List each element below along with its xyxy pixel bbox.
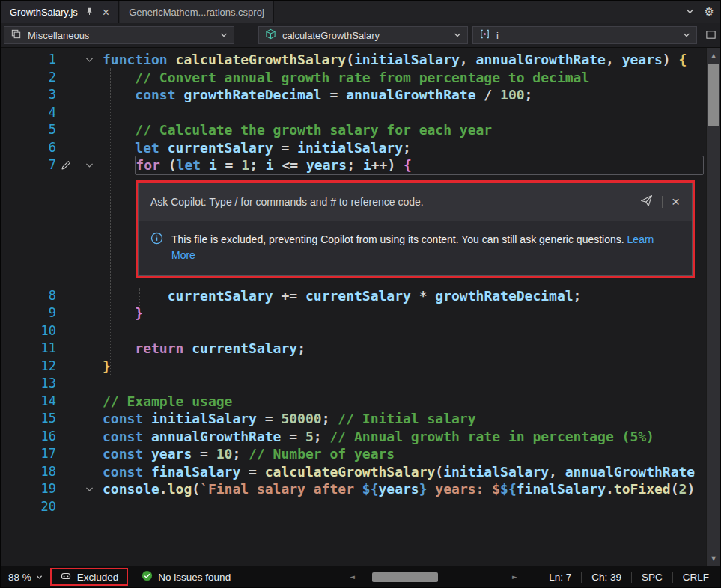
- scroll-down-icon[interactable]: ▼: [707, 552, 720, 564]
- tab-csproj[interactable]: GenericMathem...rations.csproj: [120, 1, 274, 23]
- code-text[interactable]: let currentSalary = initialSalary;: [103, 139, 411, 157]
- code-token: /: [476, 87, 501, 102]
- type-dropdown[interactable]: calculateGrowthSalary: [258, 26, 468, 44]
- horizontal-scrollbar-thumb[interactable]: [372, 572, 438, 582]
- code-line[interactable]: 11 return currentSalary;: [1, 340, 720, 358]
- code-token: initialSalary: [443, 464, 549, 480]
- scroll-up-icon[interactable]: ▲: [707, 49, 720, 61]
- code-line[interactable]: 13: [1, 375, 720, 393]
- code-line[interactable]: 18const finalSalary = calculateGrowthSal…: [1, 463, 720, 481]
- code-token: ,: [606, 52, 622, 67]
- code-line[interactable]: 3 const growthRateDecimal = annualGrowth…: [1, 86, 720, 104]
- line-number: 17: [1, 445, 56, 463]
- code-token: (: [160, 157, 177, 173]
- fold-chevron-icon[interactable]: [76, 160, 103, 170]
- code-token: ++): [371, 157, 404, 173]
- code-token: =: [281, 429, 305, 444]
- code-text[interactable]: const years = 10; // Number of years: [103, 445, 395, 463]
- zoom-chevron-icon[interactable]: [36, 574, 43, 581]
- member-dropdown[interactable]: i: [472, 26, 697, 44]
- line-indicator[interactable]: Ln: 7: [539, 572, 581, 583]
- code-line[interactable]: 4: [1, 104, 720, 122]
- code-token: ;: [403, 140, 411, 156]
- close-icon[interactable]: ×: [672, 195, 680, 209]
- navigation-bar: Miscellaneous calculateGrowthSalary i: [1, 23, 720, 48]
- code-line[interactable]: 17const years = 10; // Number of years: [1, 445, 720, 463]
- class-cube-icon: [265, 28, 276, 42]
- copilot-status-excluded[interactable]: Excluded: [50, 568, 129, 586]
- copilot-prompt-input[interactable]: Ask Copilot: Type / for commands and # t…: [139, 183, 692, 221]
- code-line[interactable]: 7 for (let i = 1; i <= years; i++) {: [1, 156, 720, 174]
- code-token: annualGrowthRate: [565, 464, 695, 480]
- code-line[interactable]: 19console.log(`Final salary after ${year…: [1, 480, 720, 498]
- code-text[interactable]: // Convert annual growth rate from perce…: [103, 69, 589, 87]
- fold-chevron-icon[interactable]: [76, 55, 103, 64]
- code-text[interactable]: const annualGrowthRate = 5; // Annual gr…: [103, 428, 654, 446]
- code-line[interactable]: 12}: [1, 358, 720, 376]
- horizontal-scrollbar[interactable]: ◄ ►: [347, 566, 520, 587]
- copilot-edit-pencil-icon[interactable]: [56, 160, 76, 171]
- code-token: {: [679, 52, 687, 67]
- tab-label: GenericMathem...rations.csproj: [129, 7, 264, 18]
- fold-chevron-icon[interactable]: [76, 484, 103, 494]
- code-text[interactable]: }: [103, 358, 111, 376]
- tab-list-chevron-icon[interactable]: [686, 5, 694, 19]
- code-text[interactable]: const initialSalary = 50000; // Initial …: [103, 410, 476, 428]
- horizontal-scrollbar-track[interactable]: [357, 572, 510, 583]
- code-token: ): [663, 52, 679, 67]
- code-text[interactable]: return currentSalary;: [103, 340, 305, 358]
- code-text[interactable]: console.log(`Final salary after ${years}…: [103, 480, 695, 498]
- code-editor[interactable]: 1function calculateGrowthSalary(initialS…: [1, 48, 720, 566]
- code-line[interactable]: 6 let currentSalary = initialSalary;: [1, 139, 720, 157]
- code-line[interactable]: 14// Example usage: [1, 393, 720, 411]
- close-icon[interactable]: ×: [103, 7, 109, 19]
- column-indicator[interactable]: Ch: 39: [582, 572, 631, 583]
- code-token: [159, 140, 168, 156]
- code-line[interactable]: 10: [1, 322, 720, 340]
- code-token: currentSalary: [168, 288, 273, 304]
- vertical-scrollbar-thumb[interactable]: [708, 64, 719, 126]
- code-token: ;: [314, 429, 330, 444]
- code-text[interactable]: for (let i = 1; i <= years; i++) {: [103, 156, 704, 175]
- code-token: return: [135, 340, 183, 356]
- code-text[interactable]: currentSalary += currentSalary * growthR…: [103, 287, 581, 305]
- code-line[interactable]: 1function calculateGrowthSalary(initialS…: [1, 51, 720, 69]
- code-text[interactable]: // Calculate the growth salary for each …: [103, 121, 492, 139]
- whitespace-indicator[interactable]: SPC: [632, 572, 672, 583]
- code-text[interactable]: const growthRateDecimal = annualGrowthRa…: [103, 86, 532, 104]
- code-line[interactable]: 8 currentSalary += currentSalary * growt…: [1, 287, 720, 305]
- settings-gear-icon[interactable]: ⚙: [705, 7, 714, 18]
- scroll-right-icon[interactable]: ►: [510, 573, 520, 581]
- code-text[interactable]: }: [103, 304, 143, 322]
- code-token: [103, 140, 135, 156]
- line-ending-indicator[interactable]: CRLF: [673, 572, 719, 583]
- code-text[interactable]: // Example usage: [103, 393, 232, 411]
- code-line[interactable]: 16const annualGrowthRate = 5; // Annual …: [1, 428, 720, 446]
- code-token: (: [435, 464, 443, 480]
- scroll-left-icon[interactable]: ◄: [347, 573, 357, 581]
- code-line[interactable]: 15const initialSalary = 50000; // Initia…: [1, 410, 720, 428]
- code-text[interactable]: function calculateGrowthSalary(initialSa…: [103, 51, 687, 69]
- code-token: ): [687, 481, 695, 497]
- code-token: ;: [525, 87, 533, 102]
- pin-icon[interactable]: [85, 7, 94, 19]
- vertical-scrollbar[interactable]: ▲ ▼: [706, 48, 720, 566]
- code-token: 100: [500, 87, 525, 102]
- copilot-prompt-placeholder: Ask Copilot: Type / for commands and # t…: [150, 196, 424, 208]
- code-token: =: [217, 157, 242, 173]
- project-dropdown[interactable]: Miscellaneous: [4, 26, 234, 44]
- zoom-level[interactable]: 88 %: [1, 572, 36, 583]
- code-line[interactable]: 5 // Calculate the growth salary for eac…: [1, 121, 720, 139]
- code-token: [183, 340, 192, 356]
- tab-growthsalary[interactable]: GrowthSalary.js ×: [1, 1, 119, 23]
- send-icon[interactable]: [640, 195, 653, 209]
- split-editor-icon[interactable]: [705, 29, 717, 40]
- code-text[interactable]: const finalSalary = calculateGrowthSalar…: [103, 463, 695, 481]
- document-health-indicator[interactable]: No issues found: [142, 570, 231, 584]
- code-token: ;: [322, 411, 338, 426]
- code-token: annualGrowthRate: [151, 429, 281, 444]
- code-line[interactable]: 9 }: [1, 304, 720, 322]
- code-line[interactable]: 20: [1, 498, 720, 516]
- code-line[interactable]: 2 // Convert annual growth rate from per…: [1, 69, 720, 87]
- code-token: [103, 156, 135, 175]
